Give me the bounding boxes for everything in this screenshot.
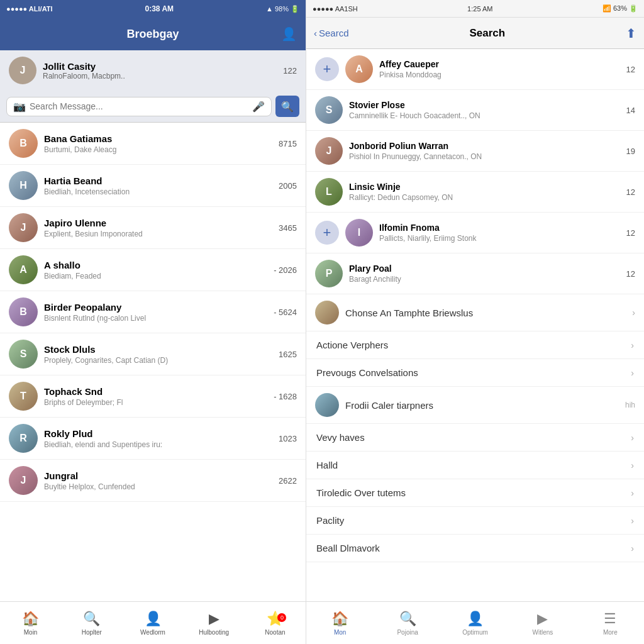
add-circle-icon-4[interactable]: + xyxy=(315,221,339,245)
right-home-icon: 🏠 xyxy=(331,611,348,627)
contact-item[interactable]: B Birder Peopalany Bisnlent Rutlnd (ng-c… xyxy=(0,291,306,333)
section-item-2[interactable]: Prevougs Convelsations › xyxy=(306,359,644,387)
section-item-5[interactable]: Halld › xyxy=(306,452,644,479)
result-name-5: Plary Poal xyxy=(349,264,620,274)
search-button[interactable]: 🔍 xyxy=(275,96,299,117)
contact-avatar-7: R xyxy=(9,424,38,453)
result-item-4[interactable]: + I Ilfomin Fnoma Pallicts, Niarlily, Er… xyxy=(306,213,644,253)
contact-info-3: A shallo Biediam, Feaded xyxy=(44,260,267,280)
result-info-4: Ilfomin Fnoma Pallicts, Niarlily, Eriimg… xyxy=(379,223,620,243)
result-num-3: 12 xyxy=(626,187,635,197)
section-label-1: Actione Verphers xyxy=(316,340,631,350)
contact-name-1: Hartia Beand xyxy=(44,175,272,186)
contact-num-1: 2005 xyxy=(279,181,297,191)
section-label-8: Beall Dlmavork xyxy=(316,543,631,553)
left-battery-pct: 98% xyxy=(275,5,289,13)
contact-sub-3: Biediam, Feaded xyxy=(44,272,267,280)
section-item-4[interactable]: Vevy haves › xyxy=(306,424,644,452)
right-signal-icon: 📶 xyxy=(602,4,611,12)
contact-info-2: Japiro Ulenne Explient, Besiun Imponorat… xyxy=(44,218,272,238)
top-contact-avatar: J xyxy=(9,57,36,84)
left-battery: ▲ 98% 🔋 xyxy=(266,5,299,13)
contact-sub-1: Biedliah, Incetenseciation xyxy=(44,187,272,196)
right-battery: 📶 63% 🔋 xyxy=(602,4,638,13)
search-input-wrap: 📷 🎤 xyxy=(6,97,272,116)
left-carrier: ●●●●● ALI/ATI xyxy=(6,5,53,13)
contact-item[interactable]: J Jungral Buyltie Helplox, Cunfended 262… xyxy=(0,460,306,502)
left-panel: ●●●●● ALI/ATI 0:38 AM ▲ 98% 🔋 Broebgay 👤… xyxy=(0,0,306,644)
left-nav-wedlorm[interactable]: 👤 Wedlorm xyxy=(122,611,183,636)
right-nav-witlens[interactable]: ▶ Witlens xyxy=(509,611,576,636)
right-nav-label-1: Pojoina xyxy=(397,629,418,636)
result-info-1: Stovier Plose Camninellik E- Houch Goaca… xyxy=(349,100,620,120)
back-button[interactable]: ‹ Searcd xyxy=(314,28,349,38)
section-extra-3: hih xyxy=(625,401,635,409)
section-item-6[interactable]: Tiroledic Over tutems › xyxy=(306,479,644,507)
contact-item[interactable]: T Tophack Snd Briphs of Deleymber; Fl - … xyxy=(0,375,306,418)
contact-item[interactable]: J Japiro Ulenne Explient, Besiun Imponor… xyxy=(0,207,306,249)
left-nav-label-0: Moin xyxy=(24,629,38,636)
contact-avatar-3: A xyxy=(9,255,38,284)
contact-num-7: 1023 xyxy=(279,434,297,443)
top-contact-name: Jollit Casity xyxy=(43,61,277,72)
person-icon: 👤 xyxy=(145,611,162,627)
contact-item[interactable]: S Stock Dluls Proplely, Cognarites, Capt… xyxy=(0,333,306,375)
contact-name-0: Bana Gatiamas xyxy=(44,133,272,144)
search-input[interactable] xyxy=(30,101,248,111)
result-item-5[interactable]: P Plary Poal Baragt Anchility 12 xyxy=(306,253,644,294)
add-circle-icon-0[interactable]: + xyxy=(315,57,339,81)
contact-num-4: - 5624 xyxy=(274,308,297,317)
contact-sub-8: Buyltie Helplox, Cunfended xyxy=(44,482,272,491)
left-nav-label-1: Hoplter xyxy=(82,629,102,636)
contact-avatar-8: J xyxy=(9,466,38,495)
left-status-bar: ●●●●● ALI/ATI 0:38 AM ▲ 98% 🔋 xyxy=(0,0,306,18)
result-item-1[interactable]: S Stovier Plose Camninellik E- Houch Goa… xyxy=(306,90,644,131)
section-item-0[interactable]: Chonse An Tamphte Briewslus › xyxy=(306,294,644,331)
contact-item[interactable]: B Bana Gatiamas Burtumi, Dake Aleacg 871… xyxy=(0,123,306,165)
section-label-0: Chonse An Tamphte Briewslus xyxy=(345,308,626,318)
contact-num-2: 3465 xyxy=(279,223,297,233)
result-item-0[interactable]: + A Affey Caueper Pinkisa Monddoag 12 xyxy=(306,49,644,90)
contact-name-3: A shallo xyxy=(44,260,267,270)
back-label: Searcd xyxy=(319,28,349,38)
section-item-1[interactable]: Actione Verphers › xyxy=(306,331,644,359)
contact-avatar-1: H xyxy=(9,171,38,200)
right-nav-more[interactable]: ☰ More xyxy=(577,611,644,636)
left-nav-moin[interactable]: 🏠 Moin xyxy=(0,611,61,636)
contact-num-6: - 1628 xyxy=(274,392,297,401)
contact-item[interactable]: R Rokly Plud Biedliah, elendi and Supent… xyxy=(0,418,306,460)
right-nav-optimum[interactable]: 👤 Optimum xyxy=(441,611,509,636)
contact-info-7: Rokly Plud Biedliah, elendi and Supentip… xyxy=(44,428,272,449)
section-item-8[interactable]: Beall Dlmavork › xyxy=(306,535,644,562)
result-info-2: Jonborid Poliun Warran Pishiol In Pnunue… xyxy=(349,141,620,161)
right-menu-icon: ☰ xyxy=(604,611,616,627)
top-contact[interactable]: J Jollit Casity RalnoFaloom, Macbpm.. 12… xyxy=(0,50,306,91)
right-nav-pojoina[interactable]: 🔍 Pojoina xyxy=(374,611,441,636)
result-item-2[interactable]: J Jonborid Poliun Warran Pishiol In Pnun… xyxy=(306,131,644,172)
result-num-1: 14 xyxy=(626,106,635,115)
contact-item[interactable]: H Hartia Beand Biedliah, Incetenseciatio… xyxy=(0,165,306,207)
left-nav-hoplter[interactable]: 🔍 Hoplter xyxy=(61,611,122,636)
contact-avatar-6: T xyxy=(9,382,38,411)
right-nav-mon[interactable]: 🏠 Mon xyxy=(306,611,374,636)
contact-info-8: Jungral Buyltie Helplox, Cunfended xyxy=(44,470,272,491)
top-contact-info: Jollit Casity RalnoFaloom, Macbpm.. xyxy=(43,61,277,80)
result-avatar-5: P xyxy=(315,260,343,287)
contact-name-4: Birder Peopalany xyxy=(44,302,267,313)
left-battery-icon: 🔋 xyxy=(291,5,299,13)
left-header-icon[interactable]: 👤 xyxy=(281,26,297,42)
contact-item[interactable]: A A shallo Biediam, Feaded - 2026 xyxy=(0,249,306,291)
left-nav-nootan[interactable]: ⭐ 0 Nootan xyxy=(245,611,306,636)
left-header-title: Broebgay xyxy=(126,28,179,41)
right-header: ‹ Searcd Search ⬆ xyxy=(306,18,644,49)
left-nav-hulbooting[interactable]: ▶ Hulbooting xyxy=(184,611,245,636)
contact-name-5: Stock Dluls xyxy=(44,344,272,355)
contact-name-2: Japiro Ulenne xyxy=(44,218,272,228)
result-item-3[interactable]: L Linsic Winje Rallicyt: Dedun Capsomey,… xyxy=(306,172,644,213)
right-nav-label-4: More xyxy=(603,629,618,636)
upload-icon[interactable]: ⬆ xyxy=(626,26,636,41)
section-item-3[interactable]: Frodii Caler tiarpners hih xyxy=(306,387,644,424)
mic-icon[interactable]: 🎤 xyxy=(252,101,265,113)
play-icon: ▶ xyxy=(209,611,219,627)
section-item-7[interactable]: Paclity › xyxy=(306,507,644,535)
